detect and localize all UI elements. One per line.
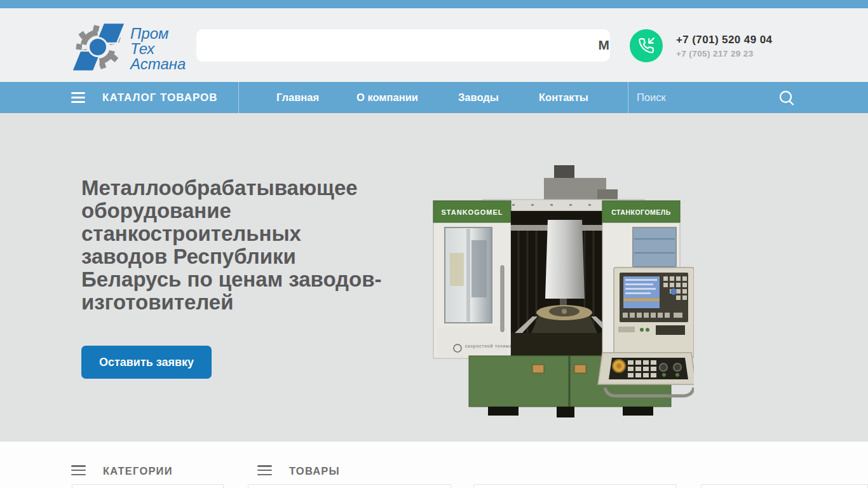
phone-primary[interactable]: +7 (701) 520 49 04: [676, 34, 772, 46]
logo-text: Пром Тех Астана: [130, 26, 186, 72]
machine-door-text: скоростной точные: [465, 344, 513, 349]
product-card[interactable]: [473, 484, 677, 488]
hero-section: Металлообрабатывающее оборудование станк…: [0, 113, 868, 442]
product-card[interactable]: [248, 484, 451, 488]
header-search-input[interactable]: [205, 29, 587, 62]
products-title: ТОВАРЫ: [289, 465, 340, 477]
categories-title: КАТЕГОРИИ: [103, 465, 173, 477]
categories-list-icon: [71, 465, 86, 475]
search-icon[interactable]: [778, 89, 796, 107]
main-nav: КАТАЛОГ ТОВАРОВ Главная О компании Завод…: [0, 82, 868, 113]
logo-line-1: Пром: [130, 26, 186, 41]
top-accent-bar: [0, 0, 868, 8]
catalog-button[interactable]: КАТАЛОГ ТОВАРОВ: [102, 82, 218, 113]
hero-heading: Металлообрабатывающее оборудование станк…: [81, 177, 385, 314]
catalog-menu-icon[interactable]: [71, 92, 85, 103]
nav-divider: [628, 82, 628, 113]
machine-banner-left: STANKOGOMEL: [442, 208, 503, 216]
phone-numbers: +7 (701) 520 49 04 +7 (705) 217 29 23: [676, 34, 772, 58]
callback-button[interactable]: [630, 29, 663, 62]
logo-line-2: Тех: [130, 41, 186, 57]
phone-secondary[interactable]: +7 (705) 217 29 23: [676, 49, 772, 58]
page: Пром Тех Астана М +7 (701) 520 49 04 +7 …: [0, 0, 868, 488]
gear-logo-icon: [72, 22, 125, 72]
incoming-call-icon: [638, 37, 654, 54]
nav-search-input[interactable]: [637, 82, 757, 113]
nav-item-home[interactable]: Главная: [276, 82, 319, 113]
cnc-machine-image: STANKOGOMEL скоростной точные: [432, 164, 694, 419]
catalog-section: КАТЕГОРИИ ТОВАРЫ: [0, 442, 868, 488]
machine-banner-right: СТАНКОГОМЕЛЬ: [611, 208, 670, 216]
category-card[interactable]: [72, 484, 224, 488]
nav-item-about[interactable]: О компании: [356, 82, 418, 113]
header-search-box: М: [196, 29, 610, 62]
products-list-icon: [257, 465, 272, 475]
product-card[interactable]: [701, 484, 868, 488]
nav-divider: [238, 82, 239, 113]
nav-item-contacts[interactable]: Контакты: [539, 82, 588, 113]
request-button[interactable]: Оставить заявку: [81, 346, 212, 379]
nav-item-factories[interactable]: Заводы: [458, 82, 499, 113]
header: Пром Тех Астана М +7 (701) 520 49 04 +7 …: [0, 8, 868, 82]
search-overflow-text: М: [599, 37, 610, 53]
logo-line-3: Астана: [130, 57, 186, 72]
